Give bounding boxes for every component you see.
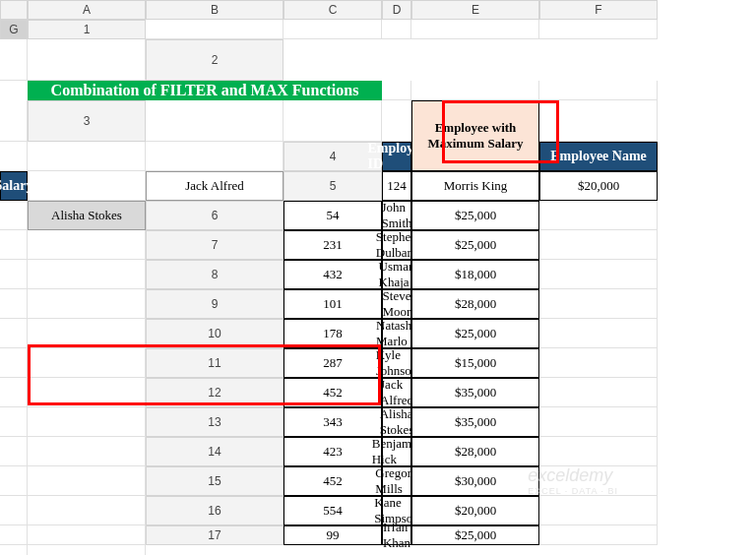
table-cell[interactable]: $20,000: [539, 171, 658, 201]
row-header-6[interactable]: 6: [146, 201, 284, 230]
table-cell[interactable]: $15,000: [411, 348, 539, 378]
table-cell[interactable]: $35,000: [411, 378, 539, 407]
corner-cell[interactable]: [0, 0, 28, 20]
table-cell[interactable]: Benjamin Hick: [382, 437, 411, 466]
table-cell[interactable]: $30,000: [411, 466, 539, 496]
table-cell[interactable]: Irfan Khan: [382, 525, 411, 545]
table-cell[interactable]: 452: [284, 466, 382, 496]
column-header-E[interactable]: E: [411, 0, 539, 20]
result-cell-1[interactable]: Jack Alfred: [146, 171, 284, 201]
row-header-5[interactable]: 5: [284, 171, 382, 201]
row-header-15[interactable]: 15: [146, 466, 284, 496]
row-header-14[interactable]: 14: [146, 437, 284, 466]
spreadsheet-grid: ABCDEFG12Combination of FILTER and MAX F…: [0, 0, 756, 555]
table-cell[interactable]: 343: [284, 407, 382, 437]
table-header-name[interactable]: Employee Name: [539, 142, 658, 171]
column-header-F[interactable]: F: [539, 0, 658, 20]
table-cell[interactable]: Steve Moor: [382, 289, 411, 319]
table-cell[interactable]: 178: [284, 319, 382, 348]
table-cell[interactable]: 423: [284, 437, 382, 466]
table-cell[interactable]: Kyle Johnson: [382, 348, 411, 378]
table-cell[interactable]: $25,000: [411, 319, 539, 348]
table-cell[interactable]: $18,000: [411, 260, 539, 289]
row-header-11[interactable]: 11: [146, 348, 284, 378]
row-header-1[interactable]: 1: [28, 20, 146, 39]
table-cell[interactable]: Stephen Dulbarg: [382, 230, 411, 260]
table-cell[interactable]: $25,000: [411, 525, 539, 545]
row-header-17[interactable]: 17: [146, 525, 284, 545]
table-cell[interactable]: 101: [284, 289, 382, 319]
table-cell[interactable]: 432: [284, 260, 382, 289]
table-cell[interactable]: Morris King: [411, 171, 539, 201]
table-cell[interactable]: John Smith: [382, 201, 411, 230]
row-header-9[interactable]: 9: [146, 289, 284, 319]
column-header-G[interactable]: G: [0, 20, 28, 39]
table-cell[interactable]: $28,000: [411, 289, 539, 319]
column-header-B[interactable]: B: [146, 0, 284, 20]
table-header-id[interactable]: Employee ID: [382, 142, 411, 171]
row-header-3[interactable]: 3: [28, 100, 146, 142]
table-cell[interactable]: 99: [284, 525, 382, 545]
table-cell[interactable]: Natasha Marlo: [382, 319, 411, 348]
row-header-7[interactable]: 7: [146, 230, 284, 260]
column-header-C[interactable]: C: [284, 0, 382, 20]
table-cell[interactable]: $28,000: [411, 437, 539, 466]
table-cell[interactable]: Jack Alfred: [382, 378, 411, 407]
title-bar: Combination of FILTER and MAX Functions: [28, 81, 382, 100]
table-cell[interactable]: 54: [284, 201, 382, 230]
table-cell[interactable]: 452: [284, 378, 382, 407]
table-cell[interactable]: Alisha Stokes: [382, 407, 411, 437]
column-header-A[interactable]: A: [28, 0, 146, 20]
table-cell[interactable]: $25,000: [411, 230, 539, 260]
table-cell[interactable]: Gregory Mills: [382, 466, 411, 496]
side-label: Employee with Maximum Salary: [411, 100, 539, 171]
table-header-salary[interactable]: Salary: [0, 171, 28, 201]
table-cell[interactable]: $25,000: [411, 201, 539, 230]
row-header-13[interactable]: 13: [146, 407, 284, 437]
column-header-D[interactable]: D: [382, 0, 411, 20]
table-cell[interactable]: 287: [284, 348, 382, 378]
table-cell[interactable]: 124: [382, 171, 411, 201]
table-cell[interactable]: Usman Khaja: [382, 260, 411, 289]
row-header-8[interactable]: 8: [146, 260, 284, 289]
table-cell[interactable]: $35,000: [411, 407, 539, 437]
row-header-2[interactable]: 2: [146, 39, 284, 81]
row-header-12[interactable]: 12: [146, 378, 284, 407]
row-header-16[interactable]: 16: [146, 496, 284, 525]
table-cell[interactable]: 231: [284, 230, 382, 260]
table-cell[interactable]: 554: [284, 496, 382, 525]
result-cell-2[interactable]: Alisha Stokes: [28, 201, 146, 230]
row-header-10[interactable]: 10: [146, 319, 284, 348]
table-cell[interactable]: $20,000: [411, 496, 539, 525]
